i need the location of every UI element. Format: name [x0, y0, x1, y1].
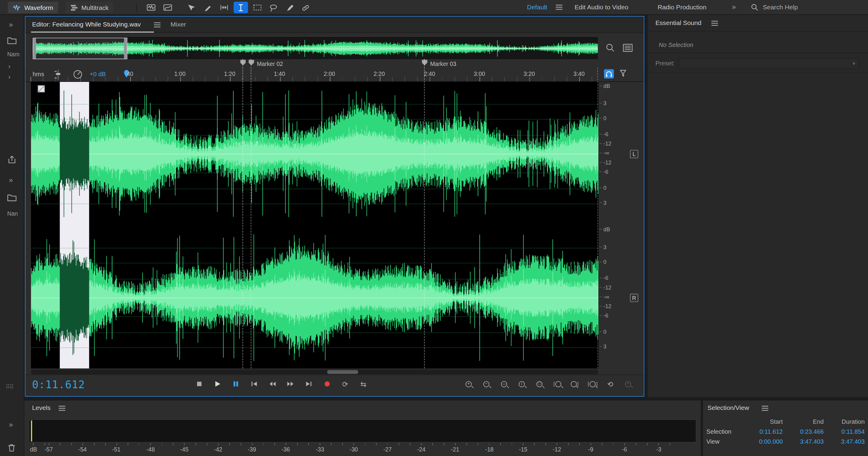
folder-icon[interactable]: [7, 194, 17, 201]
overview-selection-handle-left[interactable]: [33, 38, 36, 59]
meter-tick-label: -51: [112, 446, 121, 452]
skip-to-end-button[interactable]: [301, 378, 316, 391]
marker-label[interactable]: Marker 03: [430, 60, 456, 67]
search-input[interactable]: Search Help: [763, 4, 798, 10]
play-button[interactable]: [210, 378, 225, 391]
zoom-in-time-button[interactable]: ↔: [497, 378, 512, 391]
metronome-pin-icon[interactable]: [619, 69, 627, 78]
rewind-button[interactable]: [265, 378, 280, 391]
lasso-selection-tool-button[interactable]: [266, 2, 281, 13]
panel-gutter[interactable]: [24, 397, 868, 400]
workspace-overflow-chevrons-icon[interactable]: »: [732, 3, 736, 11]
panel-menu-icon[interactable]: [762, 405, 768, 411]
zoom-in-amplitude-button[interactable]: ↕: [514, 378, 529, 391]
workspace-tab-radio-production[interactable]: Radio Production: [658, 4, 707, 10]
panel-menu-icon[interactable]: [59, 405, 65, 411]
zoom-out-button[interactable]: −: [479, 378, 494, 391]
db-scale-label: -6: [603, 131, 608, 137]
marker-label[interactable]: Marker 02: [257, 60, 283, 67]
right-channel-badge[interactable]: R: [630, 294, 638, 302]
zoom-navigator-icon[interactable]: [605, 43, 616, 53]
preset-dropdown[interactable]: ▾: [679, 58, 859, 69]
amplitude-scale: dB 3 0 -6 -12 -∞ -12 -6 0 3 dB 3 0 -6 -1…: [600, 82, 629, 368]
fast-forward-button[interactable]: [283, 378, 298, 391]
hud-icon[interactable]: [38, 85, 45, 93]
spectral-display-button[interactable]: [161, 2, 175, 13]
workspace-tab-default[interactable]: Default: [527, 4, 547, 10]
zoom-in-button[interactable]: +: [461, 378, 476, 391]
skip-selection-button[interactable]: ⇆: [356, 378, 371, 391]
waveform-canvas[interactable]: [31, 82, 598, 368]
folder-icon[interactable]: [7, 36, 17, 44]
overview-selection-box[interactable]: [33, 38, 127, 59]
top-toolbar: Waveform Multitrack Default: [0, 0, 868, 15]
waveform-display[interactable]: [31, 82, 598, 368]
reset-zoom-button[interactable]: ⟲: [603, 378, 618, 391]
essential-sound-header: Essential Sound: [648, 15, 868, 32]
tree-expand-chevron-icon[interactable]: ›: [8, 73, 10, 81]
monitor-headphones-icon[interactable]: [604, 69, 614, 78]
selection-status-label: No Selection: [659, 41, 693, 48]
time-format-label[interactable]: hms: [33, 71, 44, 77]
scrollbar-thumb[interactable]: [327, 370, 358, 374]
db-scale-label: -12: [603, 303, 612, 309]
zoom-in-at-out-point-button[interactable]: ]: [567, 378, 583, 391]
db-scale-label: -6: [603, 169, 608, 175]
stop-button[interactable]: [192, 378, 207, 391]
workspace-menu-icon[interactable]: [556, 4, 562, 10]
db-scale-label: dB: [603, 83, 610, 89]
panel-gutter[interactable]: [644, 15, 648, 397]
tab-levels[interactable]: Levels: [32, 404, 51, 411]
multitrack-button-label: Multitrack: [82, 4, 108, 11]
zoom-in-at-in-point-button[interactable]: [: [550, 378, 565, 391]
selection-end-value[interactable]: 0:23.466: [783, 428, 824, 435]
waveform-view-button[interactable]: Waveform: [8, 2, 58, 13]
panel-grip-icon[interactable]: ⠿⠿: [5, 383, 13, 391]
zoom-to-selection-button[interactable]: []: [585, 378, 600, 391]
expand-files-panel-icon[interactable]: »: [9, 21, 13, 29]
time-display[interactable]: 0:11.612: [32, 378, 85, 390]
overview-strip[interactable]: [32, 37, 597, 59]
selection-start-value[interactable]: 0:11.612: [742, 428, 783, 435]
spot-healing-brush-tool-button[interactable]: [299, 2, 313, 13]
gain-readout[interactable]: +0 dB: [90, 71, 106, 77]
pause-button[interactable]: [228, 378, 243, 391]
timeline-ruler[interactable]: hms +0 dB 40 1:00 1:20 1:40 2:00 2:20 2:…: [25, 67, 644, 82]
waveform-display-button[interactable]: [144, 2, 158, 13]
tab-mixer[interactable]: Mixer: [170, 21, 186, 28]
view-end-value[interactable]: 3:47.403: [783, 438, 824, 445]
tab-editor[interactable]: Editor: Feelancing While Studying.wav: [32, 21, 141, 28]
view-start-value[interactable]: 0:00.000: [742, 438, 783, 445]
selection-duration-value[interactable]: 0:11.854: [824, 428, 865, 435]
panel-menu-icon[interactable]: [154, 22, 161, 27]
workspace-tab-edit-audio-to-video[interactable]: Edit Audio to Video: [575, 4, 628, 10]
panel-gutter[interactable]: [701, 400, 703, 456]
export-icon[interactable]: [7, 155, 17, 164]
panel-menu-icon[interactable]: [711, 21, 718, 26]
zoom-out-full-button[interactable]: □: [532, 378, 547, 391]
trash-icon[interactable]: [7, 444, 16, 452]
display-options-list-icon[interactable]: [623, 44, 632, 52]
marquee-selection-tool-button[interactable]: [250, 2, 265, 13]
tab-selection-view[interactable]: Selection/View: [707, 404, 749, 411]
marker-line: [251, 59, 251, 369]
time-selection-tool-button[interactable]: [234, 2, 248, 13]
razor-tool-button[interactable]: [200, 2, 215, 13]
overview-selection-handle-right[interactable]: [124, 38, 127, 59]
paintbrush-tool-button[interactable]: [282, 2, 297, 13]
tree-expand-chevron-icon[interactable]: ›: [8, 63, 10, 70]
skip-to-start-button[interactable]: [246, 378, 261, 391]
horizontal-scrollbar[interactable]: [31, 369, 598, 375]
move-tool-button[interactable]: [184, 2, 198, 13]
meter-tick-label: -15: [519, 446, 527, 452]
expand-markers-panel-icon[interactable]: »: [9, 176, 13, 184]
tab-essential-sound[interactable]: Essential Sound: [655, 19, 702, 26]
slip-tool-button[interactable]: [217, 2, 231, 13]
view-duration-value[interactable]: 3:47.403: [824, 438, 865, 445]
expand-bottom-panel-icon[interactable]: »: [9, 420, 13, 429]
multitrack-view-button[interactable]: Multitrack: [65, 2, 114, 13]
loop-playback-button[interactable]: ⟳: [338, 378, 352, 391]
record-button[interactable]: [319, 378, 335, 391]
chevron-down-icon: ▾: [852, 60, 855, 66]
left-channel-badge[interactable]: L: [630, 150, 638, 158]
